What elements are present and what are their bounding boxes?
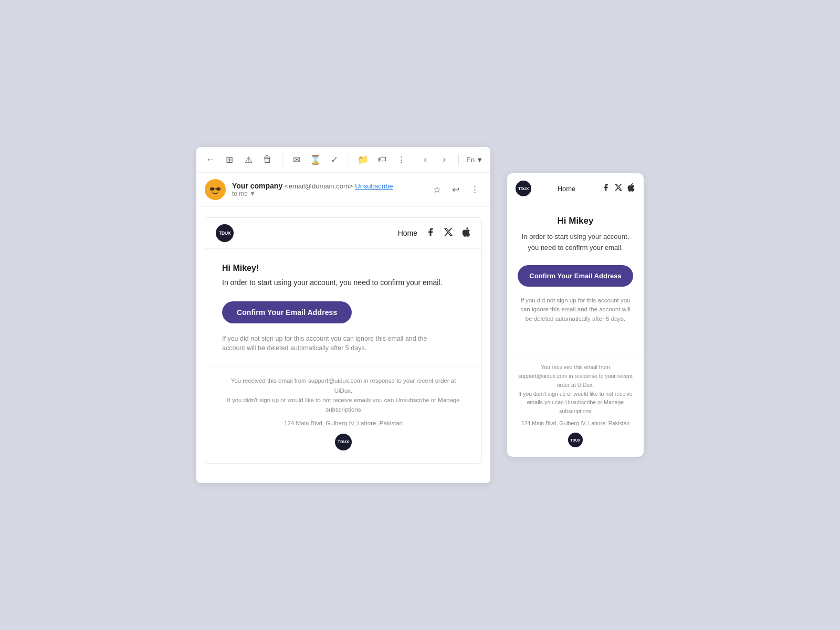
lang-label: En [466,156,475,164]
mobile-nav-icons [602,183,635,194]
header-actions: ☆ ↩ ⋮ [429,182,482,197]
email-content-card: TDUX Home Hi Mikey! [205,217,482,464]
mobile-confirm-button[interactable]: Confirm Your Email Address [518,265,633,287]
mobile-hi-text: Hi Mikey [518,216,633,226]
to-me-label: to me ▼ [232,190,423,197]
email-body: TDUX Home Hi Mikey! [196,207,490,472]
avatar [205,179,226,200]
mobile-twitter-icon [614,183,623,194]
email-header: Your company <email@domain.com> Unsubscr… [196,173,490,207]
mobile-nav: TDUX Home [507,173,644,204]
language-selector[interactable]: En ▼ [466,156,483,164]
email-inner-nav: TDUX Home [205,218,481,249]
svg-rect-3 [214,188,216,190]
facebook-icon [426,227,435,239]
footer-brand-logo: TDUX [335,434,352,450]
email-main-content: Hi Mikey! In order to start using your a… [205,249,481,366]
next-email-button[interactable]: › [437,152,451,167]
footer-text-line1: You received this email from support@uid… [222,376,465,415]
mobile-facebook-icon [602,183,610,194]
mobile-nav-home[interactable]: Home [558,185,576,193]
toolbar-divider [282,154,282,165]
mobile-footer-text: You received this email from support@uid… [517,363,634,416]
twitter-icon [444,227,453,239]
mobile-brand-logo: TDUX [516,181,531,196]
to-me-chevron-icon[interactable]: ▼ [249,190,256,197]
email-body-text: In order to start using your account, yo… [222,277,443,289]
svg-rect-2 [216,187,220,191]
toolbar-divider-2 [349,154,349,165]
mobile-apple-icon [627,183,635,194]
back-button[interactable]: ← [204,152,217,167]
confirm-email-button[interactable]: Confirm Your Email Address [222,301,352,323]
star-icon[interactable]: ☆ [429,182,444,197]
reply-icon[interactable]: ↩ [448,182,463,197]
email-toolbar: ← ⊞ ⚠ 🗑 ✉ ⌛ ✓ 📁 🏷 ⋮ ‹ › En ▼ [196,147,490,173]
svg-point-0 [207,181,224,198]
email-nav-links: Home [398,227,471,239]
folder-button[interactable]: 📁 [356,152,370,167]
sender-info: Your company <email@domain.com> Unsubscr… [232,182,423,197]
mark-read-button[interactable]: ✉ [289,152,303,167]
mobile-ignore-text: If you did not sign up for this account … [518,296,633,324]
trash-button[interactable]: 🗑 [260,152,274,167]
sender-email: <email@domain.com> [285,182,353,190]
toolbar-divider-3 [458,154,459,165]
footer-address: 124 Main Blvd, Gulberg IV, Lahore, Pakis… [222,420,465,426]
svg-rect-1 [210,187,214,191]
more-button[interactable]: ⋮ [394,152,408,167]
warning-button[interactable]: ⚠ [242,152,255,167]
sender-name: Your company <email@domain.com> Unsubscr… [232,182,423,190]
mobile-preview-panel: TDUX Home Hi Mikey In order to start usi… [507,173,644,457]
archive-button[interactable]: ⊞ [223,152,236,167]
lang-arrow: ▼ [476,156,483,164]
snooze-button[interactable]: ⌛ [309,152,322,167]
email-greeting: Hi Mikey! [222,264,465,273]
unsubscribe-link[interactable]: Unsubscribe [355,182,393,190]
mobile-body-text: In order to start using your account, yo… [518,232,633,254]
more-actions-icon[interactable]: ⋮ [467,182,482,197]
task-button[interactable]: ✓ [328,152,341,167]
label-button[interactable]: 🏷 [375,152,389,167]
mobile-main-content: Hi Mikey In order to start using your ac… [507,204,644,354]
email-client-panel: ← ⊞ ⚠ 🗑 ✉ ⌛ ✓ 📁 🏷 ⋮ ‹ › En ▼ [196,147,490,483]
apple-icon [461,227,471,239]
mobile-footer: You received this email from support@uid… [507,354,644,457]
mobile-footer-brand-logo: TDUX [568,433,583,447]
prev-email-button[interactable]: ‹ [418,152,432,167]
mobile-nav-center: Home [537,184,596,193]
email-footer: You received this email from support@uid… [205,366,481,463]
ignore-text: If you did not sign up for this account … [222,334,443,354]
brand-logo: TDUX [216,224,234,242]
mobile-footer-address: 124 Main Blvd, Gulberg IV, Lahore, Pakis… [517,420,634,426]
nav-home-link[interactable]: Home [398,229,417,237]
